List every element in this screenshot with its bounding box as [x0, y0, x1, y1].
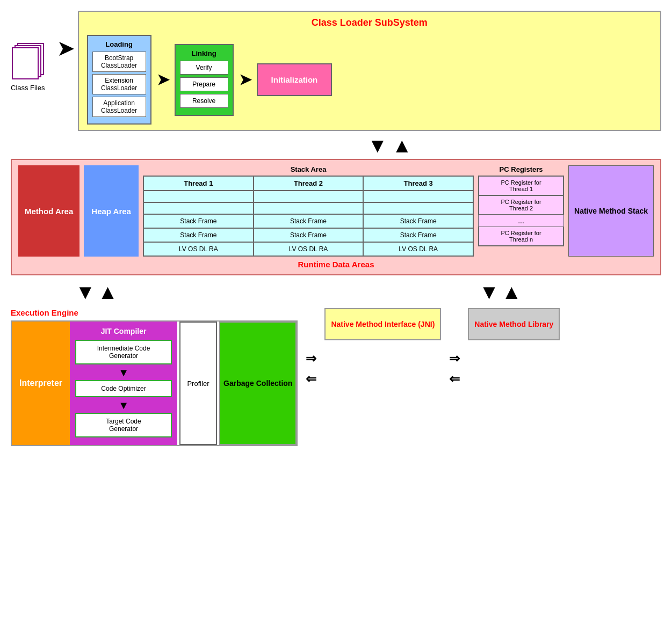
- pc-item-n: PC Register forThread n: [479, 227, 563, 246]
- bottom-section: Execution Engine Interpreter JIT Compile…: [11, 308, 661, 446]
- class-loader-section: Class Files ➤ Class Loader SubSystem Loa…: [11, 11, 661, 131]
- class-files-label: Class Files: [11, 84, 45, 92]
- initialization-box: Initialization: [257, 63, 333, 96]
- runtime-label: Runtime Data Areas: [18, 260, 654, 269]
- native-method-stack: Native Method Stack: [568, 165, 654, 257]
- loading-title: Loading: [92, 40, 146, 48]
- cls-runtime-arrows: ▼ ▲: [118, 136, 661, 155]
- stack-empty-5: [254, 202, 364, 214]
- pc-item-2: PC Register forThread 2: [479, 195, 563, 215]
- interpreter-box: Interpreter: [12, 322, 70, 445]
- loader-item-application: ApplicationClassLoader: [92, 97, 146, 117]
- left-arrows: ▼ ▲: [75, 281, 118, 304]
- pc-item-1: PC Register forThread 1: [479, 176, 563, 195]
- loading-to-linking-arrow: ➤: [157, 71, 169, 89]
- pc-registers-inner: PC Register forThread 1 PC Register forT…: [478, 176, 564, 246]
- stack-area-grid: Thread 1 Thread 2 Thread 3 Stack Frame S…: [143, 176, 474, 257]
- h-arrow-left-1: ⇐: [306, 371, 316, 386]
- loading-box: Loading BootStrapClassLoader ExtensionCl…: [87, 35, 151, 125]
- exec-engine-container: Execution Engine Interpreter JIT Compile…: [11, 308, 298, 446]
- stack-area-label: Stack Area: [143, 165, 474, 173]
- thread1-header: Thread 1: [143, 176, 254, 191]
- stack-empty-3: [363, 191, 473, 202]
- stack-empty-6: [363, 202, 473, 214]
- runtime-inner: Method Area Heap Area Stack Area Thread …: [18, 165, 654, 257]
- method-area: Method Area: [18, 165, 80, 257]
- stack-area-container: Stack Area Thread 1 Thread 2 Thread 3 St…: [143, 165, 474, 257]
- class-loader-subsystem: Class Loader SubSystem Loading BootStrap…: [78, 11, 661, 131]
- linking-title: Linking: [180, 49, 228, 57]
- stack-empty-4: [143, 202, 254, 214]
- cls-title: Class Loader SubSystem: [87, 17, 652, 28]
- arrow-to-cls: ➤: [57, 38, 74, 60]
- runtime-exec-arrows-row: ▼ ▲ ▼ ▲: [11, 281, 661, 304]
- loader-item-extension: ExtensionClassLoader: [92, 74, 146, 94]
- pc-registers-container: PC Registers PC Register forThread 1 PC …: [478, 165, 564, 257]
- link-resolve: Resolve: [180, 94, 228, 108]
- profiler-box: Profiler: [179, 322, 217, 445]
- linking-box: Linking Verify Prepare Resolve: [175, 44, 234, 116]
- h-arrow-right-2: ⇒: [449, 351, 460, 366]
- exec-engine-inner: Interpreter JIT Compiler Intermediate Co…: [11, 320, 298, 446]
- stack-frame-6: Stack Frame: [363, 228, 473, 242]
- class-file-stack: [12, 43, 44, 81]
- arrow-up-right: ▲: [501, 281, 522, 304]
- native-library-box: Native Method Library: [468, 308, 560, 340]
- cls-inner: Loading BootStrapClassLoader ExtensionCl…: [87, 35, 652, 125]
- jit-step-2: Code Optimizer: [75, 380, 172, 397]
- link-prepare: Prepare: [180, 77, 228, 91]
- right-arrows: ▼ ▲: [479, 281, 522, 304]
- arrow-down-right: ▼: [479, 281, 500, 304]
- h-arrow-right-1: ⇒: [306, 351, 316, 366]
- pc-registers-label: PC Registers: [478, 165, 564, 173]
- jit-arrow-2: ▼: [75, 399, 172, 412]
- stack-lv-1: LV OS DL RA: [143, 242, 254, 256]
- stack-lv-2: LV OS DL RA: [254, 242, 364, 256]
- native-interface-box: Native Method Interface (JNI): [324, 308, 441, 340]
- thread2-header: Thread 2: [254, 176, 364, 191]
- stack-frame-2: Stack Frame: [254, 214, 364, 228]
- stack-empty-2: [254, 191, 364, 202]
- thread3-header: Thread 3: [363, 176, 473, 191]
- class-files: Class Files: [11, 43, 45, 92]
- h-arrows-2: ⇒ ⇐: [449, 351, 460, 386]
- stack-lv-3: LV OS DL RA: [363, 242, 473, 256]
- class-file-page: [12, 47, 39, 79]
- heap-area: Heap Area: [84, 165, 139, 257]
- loader-item-bootstrap: BootStrapClassLoader: [92, 52, 146, 72]
- jit-arrow-1: ▼: [75, 367, 172, 379]
- stack-frame-3: Stack Frame: [363, 214, 473, 228]
- h-arrow-left-2: ⇐: [449, 371, 460, 386]
- linking-to-init-arrow: ➤: [239, 71, 251, 89]
- arrow-up-cls: ▲: [392, 136, 413, 155]
- arrow-down-left: ▼: [75, 281, 96, 304]
- exec-engine-label: Execution Engine: [11, 308, 298, 317]
- h-arrows-1: ⇒ ⇐: [306, 351, 316, 386]
- runtime-section: Method Area Heap Area Stack Area Thread …: [11, 159, 661, 275]
- link-verify: Verify: [180, 61, 228, 75]
- pc-dots: ...: [479, 215, 563, 227]
- jit-step-3: Target CodeGenerator: [75, 413, 172, 437]
- jit-step-1: Intermediate CodeGenerator: [75, 340, 172, 364]
- jit-title: JIT Compiler: [75, 327, 172, 335]
- stack-frame-1: Stack Frame: [143, 214, 254, 228]
- stack-frame-5: Stack Frame: [254, 228, 364, 242]
- arrow-down-cls: ▼: [367, 136, 388, 155]
- stack-empty-1: [143, 191, 254, 202]
- garbage-collection-box: Garbage Collection: [219, 322, 297, 445]
- jit-compiler-box: JIT Compiler Intermediate CodeGenerator …: [70, 322, 177, 445]
- stack-frame-4: Stack Frame: [143, 228, 254, 242]
- arrow-up-left: ▲: [98, 281, 118, 304]
